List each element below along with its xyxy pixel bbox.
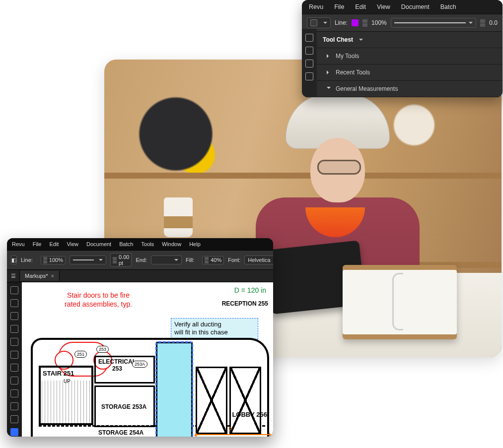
font-select[interactable]: Helvetica	[244, 256, 273, 264]
zoom-value: 100%	[49, 257, 63, 263]
line-label: Line:	[21, 257, 33, 263]
cloud-icon[interactable]	[10, 428, 18, 436]
chevron-down-icon	[327, 87, 331, 91]
tag-251: 251	[74, 351, 87, 358]
monitor-icon[interactable]	[10, 402, 18, 410]
zoom-stepper[interactable]	[362, 19, 367, 27]
fill-opacity[interactable]: 40%	[202, 256, 224, 264]
stair-label: STAIR 251	[43, 370, 74, 377]
stroke-style[interactable]	[70, 256, 106, 264]
doc-icon[interactable]	[305, 34, 313, 42]
node-recent-tools[interactable]: Recent Tools	[317, 64, 503, 81]
gear-icon[interactable]	[10, 312, 18, 320]
line-label: Line:	[335, 19, 348, 26]
menu-help[interactable]: Help	[189, 241, 201, 247]
top-panel-sidebar	[302, 29, 317, 97]
layers-icon[interactable]	[305, 72, 313, 80]
chevron-right-icon	[327, 54, 331, 58]
node-label: My Tools	[336, 53, 359, 60]
verify-callout[interactable]: Verify all ducting will fit in this chas…	[171, 318, 258, 339]
menu-tools[interactable]: Tools	[141, 241, 154, 247]
menu-document[interactable]: Document	[401, 3, 430, 10]
dimension-arrow[interactable]	[196, 434, 270, 435]
binder-rings	[392, 273, 403, 330]
link-icon[interactable]	[10, 325, 18, 333]
grid-icon[interactable]	[10, 299, 18, 307]
void-box-2	[229, 367, 261, 434]
void-box-1	[196, 367, 227, 434]
folder-icon[interactable]	[10, 389, 18, 397]
zoom-field[interactable]: 100%	[41, 256, 66, 264]
opacity-field: 0.0	[489, 19, 498, 26]
layers-icon[interactable]	[10, 377, 18, 384]
top-menubar: Revu File Edit View Document Batch	[302, 0, 503, 14]
stroke-pt: 0.00 pt	[119, 254, 129, 266]
thumbnails-icon[interactable]: ☰	[7, 270, 20, 282]
app-toolbar: ◧ Line: 100% 0.00 pt End: Fill: 40% Font…	[7, 250, 273, 270]
zoom-value: 100%	[371, 19, 387, 26]
chevron-right-icon	[327, 70, 331, 74]
line-color-swatch[interactable]	[352, 19, 359, 26]
cube-tool[interactable]: ◧	[11, 256, 17, 264]
close-icon[interactable]: ×	[51, 273, 54, 279]
menu-view[interactable]: View	[67, 241, 78, 247]
menu-batch[interactable]: Batch	[440, 3, 456, 10]
opacity-stepper[interactable]	[480, 19, 485, 27]
up-label: UP	[64, 379, 71, 384]
node-label: Recent Tools	[336, 69, 370, 76]
electrical-label: ELECTRICAL 253	[98, 359, 136, 373]
node-general-measurements[interactable]: General Measurements	[317, 81, 503, 97]
stroke-style-select[interactable]	[391, 18, 477, 28]
tag-253a: 253A	[132, 361, 147, 368]
transfer-icon[interactable]	[10, 364, 18, 372]
top-toolbar: Line: 100% 0.0	[302, 14, 503, 32]
end-style[interactable]	[151, 256, 182, 264]
menu-view[interactable]: View	[377, 3, 390, 10]
end-label: End:	[136, 257, 147, 263]
bookmark-icon[interactable]	[305, 60, 313, 67]
menu-revu[interactable]: Revu	[309, 3, 323, 10]
grid-icon[interactable]	[305, 47, 313, 55]
cube-tool[interactable]	[307, 17, 331, 28]
menu-edit[interactable]: Edit	[355, 3, 366, 10]
app-menubar: Revu File Edit View Document Batch Tools…	[7, 238, 273, 250]
menu-edit[interactable]: Edit	[49, 241, 59, 247]
briefcase-icon[interactable]	[10, 338, 18, 346]
menu-window[interactable]: Window	[162, 241, 181, 247]
tag-253: 253	[96, 346, 109, 353]
dimension-unknown: ?	[228, 426, 232, 433]
menu-revu[interactable]: Revu	[12, 241, 25, 247]
coffee-cup	[164, 197, 193, 237]
app-window: Revu File Edit View Document Batch Tools…	[7, 238, 273, 437]
node-my-tools[interactable]: My Tools	[317, 48, 503, 64]
menu-batch[interactable]: Batch	[119, 241, 133, 247]
font-name: Helvetica	[248, 257, 270, 263]
node-label: General Measurements	[336, 85, 398, 92]
tab-markups[interactable]: Markups* ×	[20, 271, 60, 281]
left-tool-strip	[7, 282, 22, 437]
tool-chest-panel: Tool Chest My Tools Recent Tools General…	[317, 32, 503, 97]
menu-file[interactable]: File	[33, 241, 42, 247]
pin-icon[interactable]	[10, 351, 18, 359]
storage-254a-label: STORAGE 254A	[98, 429, 144, 436]
tool-chest-title: Tool Chest	[323, 36, 353, 43]
menu-file[interactable]: File	[334, 3, 344, 10]
chase-highlight[interactable]	[156, 342, 193, 437]
tool-chest-header[interactable]: Tool Chest	[317, 32, 503, 48]
reception-label: RECEPTION 255	[222, 300, 268, 307]
green-dimension: D = 120 in	[234, 286, 266, 294]
fill-label: Fill:	[186, 257, 194, 263]
fill-opacity-value: 40%	[211, 257, 221, 263]
stair-treads	[39, 381, 93, 424]
tab-bar: ☰ Markups* ×	[7, 270, 273, 282]
doc-icon[interactable]	[10, 286, 18, 294]
drawing-canvas[interactable]: Stair doors to be fire rated assemblies,…	[22, 282, 273, 437]
tab-title: Markups*	[25, 273, 48, 279]
stroke-weight[interactable]: 0.00 pt	[110, 253, 132, 267]
search-icon[interactable]	[10, 415, 18, 423]
storage-253a-label: STORAGE 253A	[101, 403, 146, 410]
lobby-label: LOBBY 256	[232, 411, 267, 418]
chevron-down-icon	[359, 39, 363, 43]
menu-document[interactable]: Document	[86, 241, 111, 247]
top-panel: Revu File Edit View Document Batch Line:…	[302, 0, 503, 97]
